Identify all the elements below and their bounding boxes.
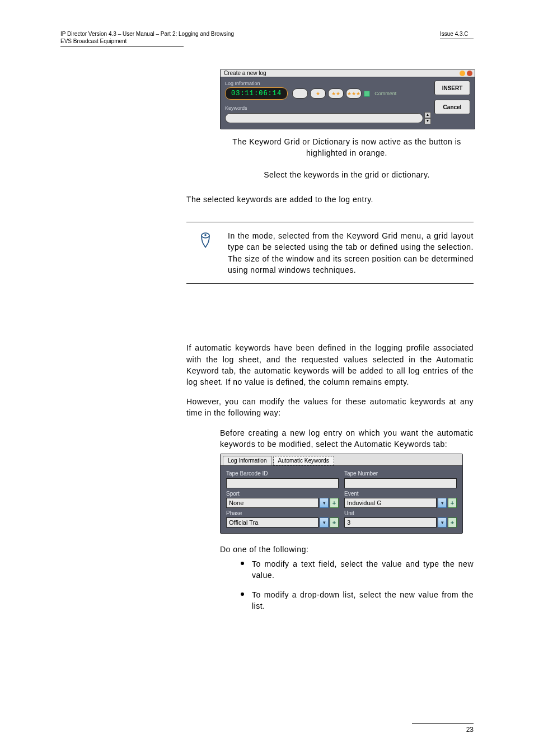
paragraph: Before creating a new log entry on which… (220, 427, 474, 450)
issue-label: Issue 4.3.C (440, 30, 474, 38)
comment-checkbox[interactable] (364, 91, 370, 97)
window-title: Create a new log (224, 70, 266, 76)
sport-add-button[interactable]: + (330, 498, 339, 508)
keywords-up-button[interactable]: ▲ (424, 112, 431, 118)
log-information-label: Log Information (225, 81, 431, 86)
footer: 23 (412, 723, 474, 734)
bullet-icon (241, 562, 244, 565)
note-icon (198, 232, 213, 248)
tab-log-information[interactable]: Log Information (223, 456, 272, 465)
event-select[interactable]: Induvidual G (344, 498, 437, 508)
page-number: 23 (412, 726, 474, 734)
automatic-keywords-panel: Log Information Automatic Keywords Tape … (220, 454, 463, 534)
keywords-down-button[interactable]: ▼ (424, 118, 431, 124)
tape-barcode-input[interactable] (226, 478, 339, 488)
paragraph: However, you can modify the values for t… (186, 396, 474, 419)
tape-number-label: Tape Number (344, 470, 457, 477)
phase-label: Phase (226, 510, 339, 516)
window-titlebar: Create a new log (221, 69, 475, 77)
phase-select[interactable]: Official Tra (226, 517, 318, 528)
close-icon[interactable] (467, 71, 472, 76)
note-text: In the mode, selected from the Keyword G… (228, 230, 474, 276)
help-icon[interactable] (460, 71, 465, 76)
list-item: To modify a drop-down list, select the n… (241, 589, 474, 612)
paragraph: If automatic keywords have been defined … (186, 342, 474, 388)
sport-select[interactable]: None (226, 498, 318, 508)
bullet-text: To modify a text field, select the value… (252, 558, 474, 581)
unit-label: Unit (344, 510, 457, 516)
tab-automatic-keywords[interactable]: Automatic Keywords (273, 456, 334, 465)
rating-3star-button[interactable]: ★★★ (346, 88, 362, 99)
chevron-down-icon[interactable]: ▾ (320, 517, 329, 528)
timecode-field[interactable]: 03:11:06:14 (225, 87, 288, 100)
event-label: Event (344, 491, 457, 497)
header-left: IP Director Version 4.3 – User Manual – … (60, 30, 234, 46)
bullet-icon (241, 592, 244, 596)
paragraph: Do one of the following: (220, 544, 474, 555)
paragraph: The Keyword Grid or Dictionary is now ac… (220, 136, 474, 159)
rating-none-button[interactable] (292, 88, 308, 99)
create-log-window: Create a new log Log Information 03:11:0… (220, 69, 475, 129)
event-add-button[interactable]: + (448, 498, 457, 508)
chevron-down-icon[interactable]: ▾ (438, 498, 447, 508)
doc-title: IP Director Version 4.3 – User Manual – … (60, 30, 234, 38)
tape-number-input[interactable] (344, 478, 457, 488)
insert-button[interactable]: INSERT (434, 81, 470, 95)
chevron-down-icon[interactable]: ▾ (320, 498, 329, 508)
sport-label: Sport (226, 491, 339, 497)
tape-barcode-label: Tape Barcode ID (226, 470, 339, 477)
svg-point-1 (204, 234, 207, 236)
doc-subtitle: EVS Broadcast Equipment (60, 38, 234, 45)
unit-add-button[interactable]: + (448, 517, 457, 528)
chevron-down-icon[interactable]: ▾ (438, 517, 447, 528)
rating-2star-button[interactable]: ★★ (328, 88, 344, 99)
keywords-label: Keywords (225, 105, 431, 111)
paragraph: Select the keywords in the grid or dicti… (220, 169, 474, 180)
header-right: Issue 4.3.C (440, 30, 474, 39)
rating-1star-button[interactable]: ★ (310, 88, 326, 99)
keywords-input[interactable] (225, 113, 423, 123)
unit-select[interactable]: 3 (344, 517, 437, 528)
paragraph: The selected keywords are added to the l… (186, 194, 474, 205)
list-item: To modify a text field, select the value… (241, 558, 474, 581)
comment-label: Comment (374, 91, 396, 96)
bullet-text: To modify a drop-down list, select the n… (252, 589, 474, 612)
phase-add-button[interactable]: + (330, 517, 339, 528)
cancel-button[interactable]: Cancel (434, 100, 470, 114)
